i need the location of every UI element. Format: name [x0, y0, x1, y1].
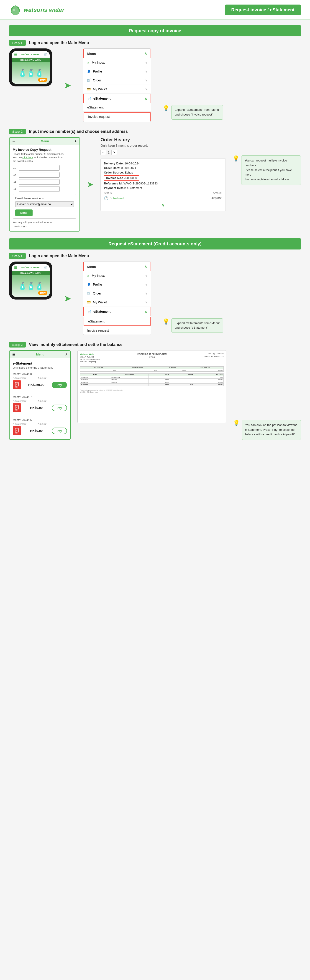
phone-screen-1: ☰ watsons water 🛒 Because WE CARE 🧴🧴🧴 10…: [12, 51, 50, 84]
phone-mockup-1: ☰ watsons water 🛒 Because WE CARE 🧴🧴🧴 10…: [9, 48, 53, 86]
menu-item-estmt-1[interactable]: 📄 eStatement ∧: [83, 94, 151, 103]
watsons-water-logo-icon: [9, 4, 21, 16]
estmt-month-2-labels: e-Statement Amount: [13, 399, 67, 402]
invoice-input-4[interactable]: [19, 186, 60, 192]
estmt-month-3-row: PDF HK$0.00 Pay: [13, 426, 67, 436]
arrow-2: ➤: [87, 180, 94, 189]
pdf-icon-2[interactable]: PDF: [13, 403, 21, 412]
delivery-date-row: Delivery Date: 16-09-2024: [104, 162, 222, 165]
estmt-amount-2: HK$0.00: [30, 406, 43, 410]
svg-rect-2: [15, 382, 18, 386]
page-prev[interactable]: <: [101, 150, 106, 155]
phone-screen-2: ☰ watsons water 🛒 Because WE CARE 🧴🧴🧴 10…: [12, 264, 50, 297]
phone-menu-icon-2: ☰: [14, 266, 17, 269]
step2-content: ☰ Menu ∧ My Invoice Copy Request Please …: [9, 137, 301, 232]
profile-icon-2: 👤: [87, 283, 91, 286]
svg-rect-10: [15, 428, 18, 432]
estmt-panel-menu-header: ☰ Menu ∧: [10, 351, 70, 358]
menu-item-inbox-1[interactable]: ✉ My Inbox ∨: [83, 58, 151, 67]
doc-preview: Watsons Water Watson's Water Ltd. 8/F 16…: [77, 350, 226, 423]
phone-mockup-2: ☰ watsons water 🛒 Because WE CARE 🧴🧴🧴 10…: [9, 261, 53, 299]
order-icon-1: 🛒: [87, 78, 91, 82]
pay-button-2[interactable]: Pay: [52, 405, 67, 411]
invoice-row-1: 01: [13, 165, 76, 170]
phone-logo-1: watsons water: [21, 53, 40, 56]
order-icon-2: 🛒: [87, 291, 91, 295]
inbox-icon-1: ✉: [87, 61, 89, 64]
expand-icon[interactable]: ∨: [104, 202, 222, 208]
doc-header-center: STATEMENT OF ACCOUNT 月結單 賬戶結單: [137, 353, 167, 363]
menu-item-order-1[interactable]: 🛒 Order ∨: [83, 76, 151, 85]
menu-item-inbox-2[interactable]: ✉ My Inbox ∨: [83, 271, 151, 280]
invoice-input-1[interactable]: [19, 165, 60, 170]
menu-header-1: Menu ∧: [83, 49, 151, 58]
form-menu-label: Menu: [41, 139, 49, 143]
hint-box-3: 💡 Expand "eStatement" from "Menu" and ch…: [163, 318, 223, 333]
invoice-input-3[interactable]: [19, 179, 60, 185]
estmt-amount-1: HK$950.00: [28, 383, 45, 387]
invoice-form-title: My Invoice Copy Request: [13, 148, 76, 151]
order-history-title: Order History: [101, 137, 226, 142]
menu-panel-2: Menu ∧ ✉ My Inbox ∨ 👤 Profile ∨ 🛒 Order …: [83, 261, 151, 335]
pay-button-1[interactable]: Pay: [52, 382, 67, 388]
inbox-icon-2: ✉: [87, 274, 89, 277]
bulb-icon-2: 💡: [233, 155, 240, 162]
estmt-label-1: eStatement: [93, 97, 110, 100]
menu-item-wallet-2[interactable]: 💳 My Wallet ∨: [83, 298, 151, 307]
wallet-label-1: My Wallet: [93, 88, 107, 91]
doc-header-left: Watsons Water Watson's Water Ltd. 8/F 16…: [80, 353, 99, 363]
arrow-1: ➤: [64, 80, 72, 91]
step2-header: Step 2 Input invoice number(s) and choos…: [9, 129, 301, 134]
pay-button-3[interactable]: Pay: [52, 428, 67, 434]
order-history-panel: Order History Only keep 3 months order r…: [101, 137, 226, 211]
menu-sub-estmt-1[interactable]: eStatement: [83, 103, 151, 112]
menu-chevron-up-2: ∧: [144, 264, 147, 269]
menu-sub-estmt-2[interactable]: eStatement: [83, 317, 150, 326]
menu-label-2: Menu: [87, 265, 96, 269]
phone-menu-icon: ☰: [14, 52, 17, 56]
hint-text-2: You can request multiple invoice numbers…: [241, 155, 301, 185]
phone-cart-icon: 🛒: [44, 53, 47, 56]
phone-banner-2: Because WE CARE: [12, 271, 50, 275]
menu-item-profile-1[interactable]: 👤 Profile ∨: [83, 67, 151, 76]
profile-label-2: Profile: [93, 283, 102, 286]
page-header: watsons water Request invoice / eStateme…: [0, 0, 310, 20]
menu-sub-invoice-2[interactable]: Invoice request: [83, 326, 151, 335]
status-amount-header: Status Amount: [104, 191, 222, 195]
wallet-icon-1: 💳: [87, 88, 91, 91]
profile-label-1: Profile: [93, 70, 102, 73]
invoice-row-4: 04: [13, 186, 76, 192]
menu-item-profile-2[interactable]: 👤 Profile ∨: [83, 280, 151, 289]
pdf-icon-1[interactable]: PDF: [13, 380, 21, 389]
hint-box-4: 💡 You can click on the pdf icon to view …: [233, 420, 301, 440]
inbox-chevron-1: ∨: [145, 61, 147, 64]
send-button[interactable]: Send: [15, 210, 33, 216]
invoice-input-2[interactable]: [19, 172, 60, 178]
step1-content: ☰ watsons water 🛒 Because WE CARE 🧴🧴🧴 10…: [9, 48, 301, 122]
menu-item-estmt-2[interactable]: 📄 eStatement ∧: [83, 307, 151, 317]
estmt-step2-badge: Step 2: [9, 342, 26, 347]
form-menu-chevron: ∧: [75, 139, 77, 143]
reference-row: Reference Id: WWO-S-290909-1133333: [104, 182, 222, 185]
estmt-icon-1: 📄: [87, 97, 91, 100]
phone-bottles-num: 105¢: [38, 78, 47, 82]
menu-panel-1: Menu ∧ ✉ My Inbox ∨ 👤 Profile ∨ 🛒 Order …: [83, 48, 151, 122]
estmt-panel-subtitle: Only keep 3 months e-Statement: [13, 366, 67, 369]
phone-cart-icon-2: 🛒: [44, 266, 47, 269]
order-chevron-1: ∨: [145, 78, 147, 82]
row-num-3: 03: [13, 180, 17, 183]
menu-sub-invoice-1[interactable]: Invoice request: [83, 112, 150, 121]
pdf-icon-3[interactable]: PDF: [13, 426, 21, 435]
menu-label-1: Menu: [87, 52, 96, 56]
menu-item-order-2[interactable]: 🛒 Order ∨: [83, 289, 151, 298]
estmt-step1-label: Login and open the Main Menu: [29, 254, 89, 258]
menu-item-wallet-1[interactable]: 💳 My Wallet ∨: [83, 85, 151, 94]
phone-logo-2: watsons water: [21, 266, 40, 269]
invoice-no-row: Invoice No.: 20000000: [104, 175, 222, 181]
inbox-label-2: My Inbox: [92, 274, 105, 277]
email-select[interactable]: E-mail: customer@email.co: [15, 201, 74, 207]
hint-text-4: You can click on the pdf icon to view th…: [242, 420, 301, 440]
page-next[interactable]: >: [111, 150, 117, 155]
menu-header-2: Menu ∧: [83, 262, 151, 271]
estmt-step2-header: Step 2 View monthly eStatement and settl…: [9, 342, 301, 347]
